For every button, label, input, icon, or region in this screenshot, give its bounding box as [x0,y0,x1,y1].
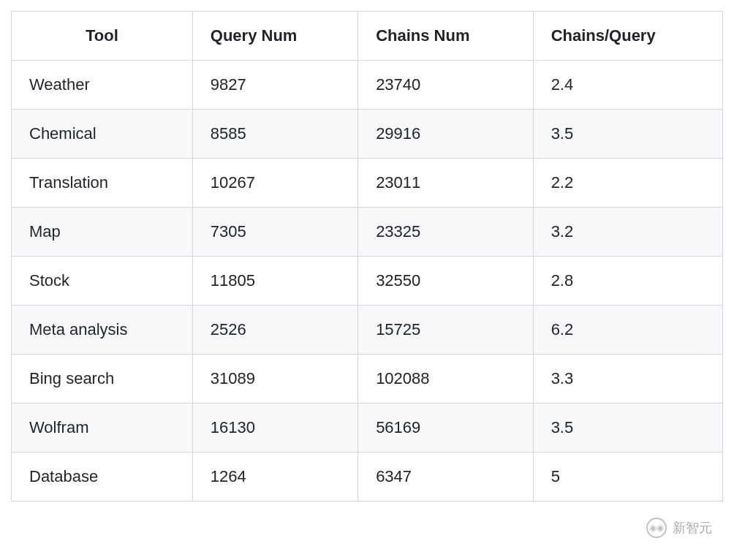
cell-chains-num: 6347 [358,453,534,502]
table-row: Translation 10267 23011 2.2 [12,159,723,208]
cell-chains-per-query: 2.4 [533,61,722,110]
header-row: Tool Query Num Chains Num Chains/Query [12,12,723,61]
col-header-query-num: Query Num [192,12,357,61]
cell-chains-num: 15725 [358,306,534,355]
cell-tool: Wolfram [12,404,193,453]
cell-chains-num: 32550 [358,257,534,306]
watermark: ◉◉ 新智元 [646,518,712,538]
table-row: Database 1264 6347 5 [12,453,723,502]
cell-query-num: 9827 [192,61,357,110]
cell-chains-per-query: 3.3 [533,355,722,404]
cell-query-num: 7305 [192,208,357,257]
col-header-tool: Tool [12,12,193,61]
table-header: Tool Query Num Chains Num Chains/Query [12,12,723,61]
watermark-text: 新智元 [673,519,712,537]
cell-query-num: 16130 [192,404,357,453]
cell-chains-per-query: 3.5 [533,110,722,159]
col-header-chains-per-query: Chains/Query [533,12,722,61]
cell-tool: Chemical [12,110,193,159]
cell-query-num: 10267 [192,159,357,208]
wechat-icon: ◉◉ [646,518,667,538]
cell-query-num: 1264 [192,453,357,502]
cell-chains-num: 23011 [358,159,534,208]
data-table: Tool Query Num Chains Num Chains/Query W… [11,11,723,502]
table-row: Stock 11805 32550 2.8 [12,257,723,306]
table-row: Weather 9827 23740 2.4 [12,61,723,110]
cell-chains-num: 29916 [358,110,534,159]
table-row: Bing search 31089 102088 3.3 [12,355,723,404]
table-row: Chemical 8585 29916 3.5 [12,110,723,159]
cell-tool: Meta analysis [12,306,193,355]
cell-query-num: 11805 [192,257,357,306]
cell-tool: Database [12,453,193,502]
cell-query-num: 31089 [192,355,357,404]
cell-chains-num: 102088 [358,355,534,404]
cell-chains-num: 56169 [358,404,534,453]
cell-chains-per-query: 6.2 [533,306,722,355]
cell-tool: Stock [12,257,193,306]
cell-tool: Translation [12,159,193,208]
cell-chains-num: 23325 [358,208,534,257]
table-body: Weather 9827 23740 2.4 Chemical 8585 299… [12,61,723,502]
col-header-chains-num: Chains Num [358,12,534,61]
cell-tool: Bing search [12,355,193,404]
cell-tool: Map [12,208,193,257]
cell-chains-per-query: 5 [533,453,722,502]
cell-chains-per-query: 3.5 [533,404,722,453]
cell-chains-num: 23740 [358,61,534,110]
cell-query-num: 8585 [192,110,357,159]
cell-chains-per-query: 2.2 [533,159,722,208]
table-row: Meta analysis 2526 15725 6.2 [12,306,723,355]
cell-tool: Weather [12,61,193,110]
table-row: Map 7305 23325 3.2 [12,208,723,257]
cell-query-num: 2526 [192,306,357,355]
table-row: Wolfram 16130 56169 3.5 [12,404,723,453]
cell-chains-per-query: 2.8 [533,257,722,306]
cell-chains-per-query: 3.2 [533,208,722,257]
